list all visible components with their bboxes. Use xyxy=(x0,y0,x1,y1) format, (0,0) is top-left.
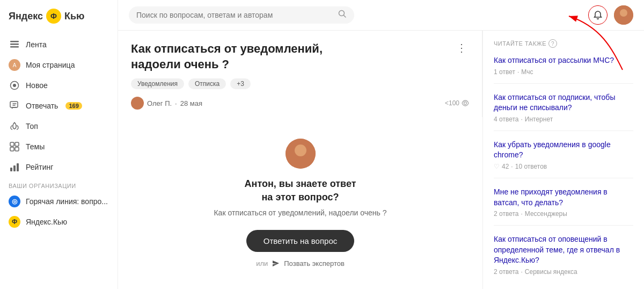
sidebar-item-mypage[interactable]: А Моя страница xyxy=(0,55,118,75)
related-meta: 2 ответа · Мессенджеры xyxy=(494,210,633,218)
svg-point-19 xyxy=(295,144,306,156)
tag-more[interactable]: +3 xyxy=(230,78,251,89)
heart-icon: ♡ xyxy=(494,163,500,170)
sidebar-item-new[interactable]: Новое xyxy=(0,75,118,96)
sidebar-item-label: Горячая линия: вопро... xyxy=(26,197,108,206)
brand-name: Яндекс xyxy=(9,11,43,22)
logo-circle: Ф xyxy=(46,9,61,24)
related-item: Как отписаться от рассылки МЧС? 1 ответ … xyxy=(494,55,633,84)
related-title[interactable]: Как убрать уведомления в google chrome? xyxy=(494,140,633,161)
related-item: Как убрать уведомления в google chrome? … xyxy=(494,140,633,178)
sidebar-item-topics[interactable]: Темы xyxy=(0,136,118,157)
yandex-q-icon: Ф xyxy=(9,216,20,228)
user-avatar[interactable] xyxy=(614,5,633,25)
svg-point-15 xyxy=(620,9,627,17)
related-meta: 2 ответа · Сервисы яндекса xyxy=(494,268,633,276)
question-date: 28 мая xyxy=(180,99,202,107)
call-experts-label: Позвать экспертов xyxy=(284,259,345,268)
sidebar-item-yandex-q[interactable]: Ф Яндекс.Кью xyxy=(0,212,118,232)
related-item: Мне не приходят уведомления в ватсап, чт… xyxy=(494,187,633,226)
more-options-button[interactable]: ⋮ xyxy=(454,41,469,54)
sidebar-item-answer[interactable]: Отвечать 169 xyxy=(0,96,118,116)
header xyxy=(118,0,644,31)
sidebar-item-top[interactable]: Топ xyxy=(0,116,118,136)
sidebar-item-label: Лента xyxy=(26,40,47,49)
or-experts[interactable]: или Позвать экспертов xyxy=(256,259,345,268)
answer-badge: 169 xyxy=(65,102,82,110)
tag-unsubscribe[interactable]: Отписка xyxy=(188,78,226,89)
svg-rect-12 xyxy=(17,163,19,171)
related-item: Как отписаться от оповещений в определен… xyxy=(494,234,633,283)
svg-rect-0 xyxy=(10,41,19,42)
my-page-icon: А xyxy=(9,59,20,71)
related-title[interactable]: Как отписаться от рассылки МЧС? xyxy=(494,55,633,66)
topics-icon xyxy=(9,141,20,153)
right-panel-title: ЧИТАЙТЕ ТАКЖЕ ? xyxy=(494,39,633,48)
svg-rect-10 xyxy=(10,168,12,171)
related-title[interactable]: Мне не приходят уведомления в ватсап, чт… xyxy=(494,187,633,208)
sidebar-item-label: Новое xyxy=(26,81,48,90)
right-panel: ЧИТАЙТЕ ТАКЖЕ ? Как отписаться от рассыл… xyxy=(483,31,644,289)
related-item: Как отписаться от подписки, чтобы деньги… xyxy=(494,92,633,131)
sidebar-item-label: Рейтинг xyxy=(26,163,53,171)
sidebar-item-label: Моя страница xyxy=(26,61,75,69)
svg-rect-8 xyxy=(10,147,14,151)
question-panel: Как отписаться от уведомлений,надоели оч… xyxy=(118,31,482,117)
sidebar-item-feed[interactable]: Лента xyxy=(0,34,118,55)
svg-rect-5 xyxy=(10,102,18,107)
or-text: или xyxy=(256,259,268,268)
top-icon xyxy=(9,120,20,132)
answer-prompt: Антон, вы знаете ответ на этот вопрос? К… xyxy=(118,117,482,289)
question-title: Как отписаться от уведомлений,надоели оч… xyxy=(131,41,323,72)
svg-rect-2 xyxy=(10,46,19,48)
rating-icon xyxy=(9,161,20,173)
svg-rect-9 xyxy=(15,147,19,151)
logo: Яндекс Ф Кью xyxy=(0,9,118,34)
sidebar-nav: Лента А Моя страница Новое Отвечать 169 xyxy=(0,34,118,280)
svg-rect-11 xyxy=(13,165,16,171)
answer-question-button[interactable]: Ответить на вопрос xyxy=(246,230,355,252)
question-tags: Уведомления Отписка +3 xyxy=(131,78,469,89)
answer-icon xyxy=(9,100,20,112)
content-area: Как отписаться от уведомлений,надоели оч… xyxy=(118,31,644,289)
author-name[interactable]: Олег П. xyxy=(147,99,172,107)
author-avatar xyxy=(131,97,144,110)
related-title[interactable]: Как отписаться от оповещений в определен… xyxy=(494,234,633,266)
prompt-subtitle: Как отписаться от уведомлений, надоели о… xyxy=(214,208,386,217)
related-meta: 1 ответ · Мчс xyxy=(494,68,633,76)
svg-rect-6 xyxy=(10,142,14,146)
main-content: Как отписаться от уведомлений,надоели оч… xyxy=(118,0,644,289)
sidebar-item-label: Яндекс.Кью xyxy=(26,218,67,226)
notification-button[interactable] xyxy=(588,5,608,25)
sidebar-item-label: Отвечать xyxy=(26,102,58,110)
new-icon xyxy=(9,80,20,91)
sidebar: Яндекс Ф Кью Лента А Моя страница xyxy=(0,0,118,289)
search-bar[interactable] xyxy=(129,6,354,24)
search-input[interactable] xyxy=(136,11,334,19)
svg-rect-1 xyxy=(10,44,19,45)
header-icons xyxy=(588,5,633,25)
svg-rect-7 xyxy=(15,142,19,146)
question-views: <100 xyxy=(445,99,469,107)
related-title[interactable]: Как отписаться от подписки, чтобы деньги… xyxy=(494,92,633,113)
prompt-avatar xyxy=(286,139,316,169)
sidebar-section-label: ВАШИ ОРГАНИЗАЦИИ xyxy=(0,177,118,191)
feed-icon xyxy=(9,39,20,50)
related-meta: 4 ответа · Интернет xyxy=(494,115,633,123)
question-meta: Олег П. · 28 мая <100 xyxy=(131,97,469,110)
app-name: Кью xyxy=(64,11,84,22)
sidebar-item-rating[interactable]: Рейтинг xyxy=(0,157,118,177)
help-icon[interactable]: ? xyxy=(548,39,557,48)
separator: · xyxy=(175,99,177,107)
search-icon[interactable] xyxy=(338,10,347,20)
sidebar-item-label: Топ xyxy=(26,122,38,131)
sidebar-item-label: Темы xyxy=(26,142,45,151)
related-meta: ♡ 42 · 10 ответов xyxy=(494,163,633,170)
prompt-title: Антон, вы знаете ответ на этот вопрос? xyxy=(245,177,356,204)
sidebar-item-hotline[interactable]: ◎ Горячая линия: вопро... xyxy=(0,191,118,212)
tag-notifications[interactable]: Уведомления xyxy=(131,78,184,89)
hotline-icon: ◎ xyxy=(9,196,20,207)
svg-point-16 xyxy=(464,102,467,105)
svg-point-4 xyxy=(13,84,16,87)
